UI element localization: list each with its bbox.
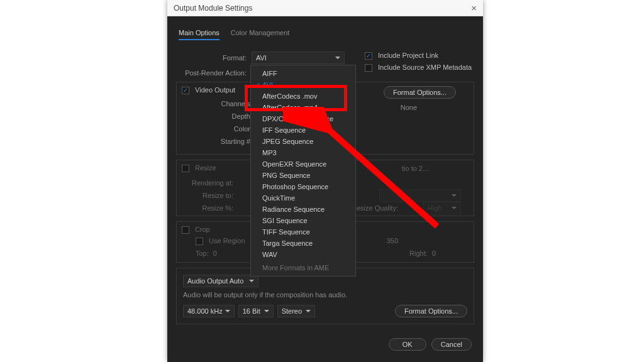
resize-quality-select[interactable]: High — [423, 202, 461, 214]
audio-rate-select[interactable]: 48.000 kHz — [183, 305, 235, 317]
format-option-quicktime[interactable]: QuickTime — [251, 192, 355, 204]
use-region-checkbox[interactable]: Use Region — [196, 237, 245, 245]
checkbox-icon — [365, 52, 372, 60]
format-option-targa[interactable]: Targa Sequence — [251, 238, 355, 249]
window-title: Output Module Settings — [174, 4, 252, 13]
format-option-dpx[interactable]: DPX/Cineon Sequence — [251, 113, 355, 124]
format-option-openexr[interactable]: OpenEXR Sequence — [251, 158, 355, 170]
format-option-tiff[interactable]: TIFF Sequence — [251, 226, 355, 238]
checkbox-icon — [182, 165, 189, 172]
resize-to-label: Resize to: — [183, 192, 238, 199]
resize-to-select[interactable] — [379, 189, 461, 202]
format-option-aftercodecs-mp4[interactable]: AfterCodecs .mp4 — [251, 102, 355, 113]
titlebar: Output Module Settings × — [167, 0, 483, 16]
tab-color-management[interactable]: Color Management — [231, 29, 290, 40]
crop-right-label: Right: — [409, 250, 428, 257]
audio-bit-select[interactable]: 16 Bit — [238, 305, 274, 317]
video-format-none: None — [401, 104, 417, 111]
checkbox-icon — [182, 87, 189, 94]
resize-quality-label: Resize Quality: — [352, 204, 398, 212]
tab-main-options[interactable]: Main Options — [179, 29, 219, 40]
post-render-label: Post-Render Action: — [176, 69, 252, 77]
include-xmp[interactable]: Include Source XMP Metadata — [365, 63, 472, 72]
crop-top-value: 0 — [213, 250, 217, 257]
close-icon[interactable]: × — [471, 3, 477, 13]
checkbox-icon — [182, 226, 189, 234]
format-label: Format: — [176, 54, 252, 62]
resize-checkbox[interactable]: Resize — [182, 164, 216, 172]
include-project-link[interactable]: Include Project Link — [365, 52, 472, 60]
format-option-iff[interactable]: IFF Sequence — [251, 124, 355, 136]
video-output-checkbox[interactable]: Video Output — [182, 86, 235, 94]
output-module-settings-dialog: Output Module Settings × Main Options Co… — [167, 0, 483, 362]
checkbox-icon — [365, 64, 372, 72]
tabs: Main Options Color Management — [179, 29, 472, 40]
crop-top-label: Top: — [196, 250, 209, 257]
dialog-button-bar: OK Cancel — [167, 336, 483, 351]
format-option-jpeg[interactable]: JPEG Sequence — [251, 136, 355, 147]
crop-checkbox[interactable]: Crop — [182, 226, 210, 234]
audio-output-mode-select[interactable]: Audio Output Auto — [183, 275, 258, 287]
format-option-photoshop[interactable]: Photoshop Sequence — [251, 181, 355, 192]
ok-button[interactable]: OK — [389, 338, 426, 351]
format-option-sgi[interactable]: SGI Sequence — [251, 215, 355, 226]
format-select[interactable]: AVI — [252, 52, 345, 64]
video-format-options-button[interactable]: Format Options... — [384, 86, 456, 99]
format-value: AVI — [256, 54, 267, 62]
format-option-wav[interactable]: WAV — [251, 249, 355, 260]
format-option-mp3[interactable]: MP3 — [251, 147, 355, 158]
format-option-avi[interactable]: AVI — [251, 79, 355, 90]
aspect-ratio-hint: tio to 2… — [402, 165, 430, 172]
rendering-at-label: Rendering at: — [183, 179, 238, 187]
checkbox-icon — [196, 238, 203, 245]
depth-label: Depth: — [183, 112, 257, 120]
starting-label: Starting #: — [183, 138, 257, 145]
cancel-button[interactable]: Cancel — [431, 338, 472, 351]
format-more-in-ame[interactable]: More Formats in AME — [251, 260, 355, 273]
channels-label: Channels: — [183, 100, 257, 107]
format-option-aftercodecs-mov[interactable]: AfterCodecs .mov — [251, 90, 355, 102]
format-option-aiff[interactable]: AIFF — [251, 68, 355, 79]
audio-format-options-button[interactable]: Format Options... — [395, 305, 467, 317]
resize-pct-label: Resize %: — [183, 204, 238, 212]
format-option-radiance[interactable]: Radiance Sequence — [251, 204, 355, 215]
format-option-png[interactable]: PNG Sequence — [251, 170, 355, 181]
crop-size-hint: 350 — [387, 237, 398, 244]
color-label: Color: — [183, 125, 257, 133]
audio-channels-select[interactable]: Stereo — [277, 305, 315, 317]
format-dropdown: AIFF AVI AfterCodecs .mov AfterCodecs .m… — [250, 65, 356, 277]
audio-note: Audio will be output only if the composi… — [183, 291, 467, 299]
crop-right-value: 0 — [432, 250, 436, 257]
